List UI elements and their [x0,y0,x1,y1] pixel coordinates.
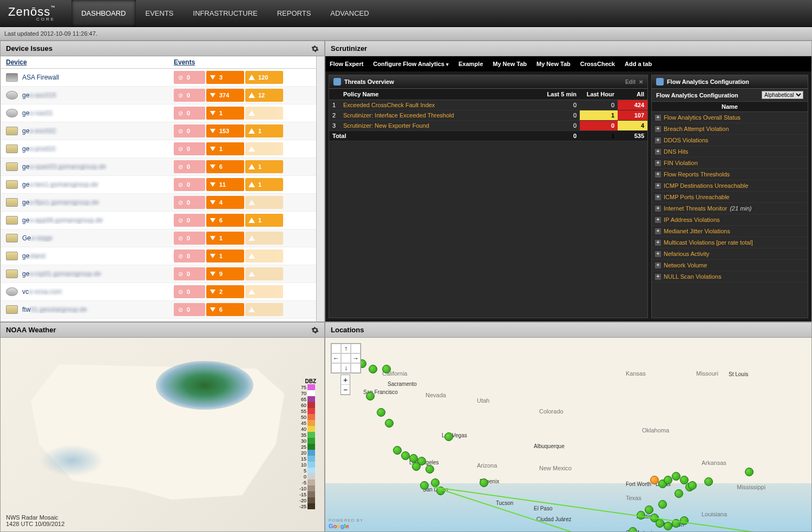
expand-icon[interactable]: + [655,126,661,132]
scrut-tab[interactable]: Configure Flow Analytics ▾ [373,58,449,69]
expand-icon[interactable]: + [655,183,661,189]
location-marker[interactable] [688,481,697,490]
scrut-tab[interactable]: My New Tab [536,58,571,69]
fa-item[interactable]: +ICMP Destinations Unreachable [652,180,808,192]
warning-badge[interactable] [245,107,283,120]
location-marker[interactable] [628,527,637,531]
expand-icon[interactable]: + [655,217,661,223]
critical-badge[interactable]: ⊘0 [174,249,205,262]
location-marker[interactable] [664,476,672,484]
scrut-tab[interactable]: Flow Expert [330,58,363,69]
warning-badge[interactable]: 1 [245,214,283,227]
location-marker[interactable] [420,481,429,490]
warning-badge[interactable] [245,249,283,262]
error-badge[interactable]: 1 [206,249,244,262]
expand-icon[interactable]: + [655,194,661,200]
device-link[interactable]: ASA Firewall [22,74,174,81]
error-badge[interactable]: 2 [206,285,244,298]
error-badge[interactable]: 6 [206,303,244,316]
warning-badge[interactable] [245,196,283,209]
location-marker[interactable] [664,522,672,530]
error-badge[interactable]: 1 [206,107,244,120]
location-marker[interactable] [650,476,659,484]
fa-item[interactable]: +DDOS Violations [652,135,808,146]
warning-badge[interactable]: 120 [245,71,283,84]
device-link[interactable]: geo-asc015 [22,91,174,99]
location-marker[interactable] [645,505,653,514]
fa-item[interactable]: +Flow Reports Thresholds [652,169,808,180]
device-link[interactable]: geo-nas01 [22,109,174,117]
error-badge[interactable]: 9 [206,267,244,280]
error-badge[interactable]: 153 [206,124,244,137]
error-badge[interactable]: 6 [206,214,244,227]
gear-icon[interactable] [311,326,319,334]
scrut-tab[interactable]: My New Tab [493,58,527,69]
location-marker[interactable] [672,472,680,481]
critical-badge[interactable]: ⊘0 [174,124,205,137]
device-link[interactable]: Geo-stage [22,234,174,242]
warning-badge[interactable]: 1 [245,160,283,173]
location-marker[interactable] [382,365,391,373]
warning-badge[interactable]: 1 [245,178,283,191]
policy-link[interactable]: Scrutinizer: Interface Exceeded Threshol… [340,110,542,121]
expand-icon[interactable]: + [655,240,661,246]
critical-badge[interactable]: ⊘0 [174,303,205,316]
location-marker[interactable] [393,446,402,455]
map-pan-control[interactable]: ↑ ←→ ↓ [331,343,361,373]
error-badge[interactable]: 1 [206,142,244,155]
location-marker[interactable] [409,454,418,463]
location-marker[interactable] [658,500,667,509]
sort-select[interactable]: Alphabetical [762,91,803,99]
critical-badge[interactable]: ⊘0 [174,142,205,155]
warning-badge[interactable]: 1 [245,124,283,137]
device-link[interactable]: geo-app06.gomarogroup.de [22,216,174,224]
expand-icon[interactable]: + [655,262,661,268]
critical-badge[interactable]: ⊘0 [174,107,205,120]
location-marker[interactable] [656,519,664,528]
error-badge[interactable]: 4 [206,196,244,209]
location-marker[interactable] [431,478,440,487]
fa-item[interactable]: +DNS Hits [652,146,808,157]
fa-item[interactable]: +Medianet Jitter Violations [652,226,808,237]
warning-badge[interactable] [245,303,283,316]
fa-item[interactable]: +Internet Threats Monitor (21 min) [652,203,808,214]
location-marker[interactable] [675,489,683,498]
device-link[interactable]: geo-rsp01.gomarogroup.de [22,270,174,278]
nav-infrastructure[interactable]: INFRASTRUCTURE [184,0,267,27]
policy-link[interactable]: Scrutinizer: New Exporter Found [340,121,542,131]
critical-badge[interactable]: ⊘0 [174,232,205,245]
location-marker[interactable] [377,408,385,417]
expand-icon[interactable]: + [655,172,661,178]
location-marker[interactable] [745,468,754,476]
fa-item[interactable]: +FIN Violation [652,157,808,169]
device-link[interactable]: geo-span03.gomarogroup.de [22,163,174,170]
expand-icon[interactable]: + [655,206,661,212]
critical-badge[interactable]: ⊘0 [174,178,205,191]
error-badge[interactable]: 374 [206,89,244,102]
expand-icon[interactable]: + [655,251,661,257]
scrut-tab[interactable]: CrossCheck [580,58,615,69]
expand-icon[interactable]: + [655,149,661,155]
error-badge[interactable]: 6 [206,160,244,173]
location-marker[interactable] [412,462,421,471]
nav-dashboard[interactable]: DASHBOARD [71,0,135,27]
fa-item[interactable]: +Breach Attempt Violation [652,123,808,135]
location-marker[interactable] [704,477,713,486]
critical-badge[interactable]: ⊘0 [174,89,205,102]
fa-item[interactable]: +IP Address Violations [652,214,808,226]
warning-badge[interactable] [245,267,283,280]
device-link[interactable]: geo-prod10 [22,145,174,153]
gear-icon[interactable] [311,45,319,52]
map-zoom-control[interactable]: +− [340,375,350,395]
location-marker[interactable] [480,478,488,487]
location-marker[interactable] [385,419,394,428]
device-link[interactable]: geo-exch02 [22,127,174,135]
warning-badge[interactable] [245,142,283,155]
critical-badge[interactable]: ⊘0 [174,196,205,209]
fa-item[interactable]: +Flow Analytics Overall Status [652,112,808,123]
warning-badge[interactable] [245,232,283,245]
scrut-tab[interactable]: Add a tab [625,58,652,69]
events-col-header[interactable]: Events [174,58,195,66]
expand-icon[interactable]: + [655,274,661,280]
expand-icon[interactable]: + [655,228,661,234]
